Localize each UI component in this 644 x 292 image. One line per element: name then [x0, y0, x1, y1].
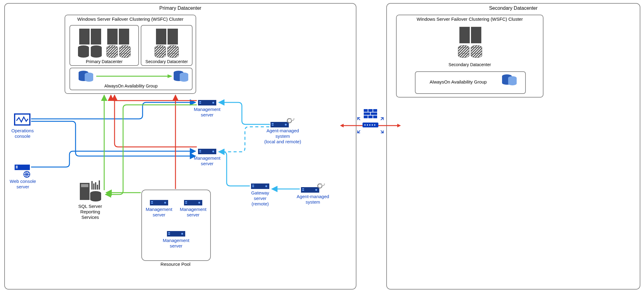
svg-point-92	[181, 233, 183, 235]
web-console-text: Web console server	[10, 179, 36, 189]
svg-point-121	[369, 124, 370, 126]
svg-point-68	[285, 124, 287, 126]
svg-rect-21	[155, 48, 166, 55]
svg-rect-71	[251, 183, 269, 189]
svg-point-97	[458, 53, 469, 58]
rack-server-icon	[251, 183, 269, 189]
ag-label-secondary: AlwaysOn Availability Group	[416, 79, 501, 85]
svg-point-20	[155, 45, 166, 50]
cluster-node-secondary: Secondary Datacenter	[141, 25, 193, 66]
ag-arrow-icon	[70, 68, 192, 85]
svg-point-9	[91, 53, 102, 58]
svg-rect-35	[174, 73, 183, 79]
svg-point-56	[90, 197, 101, 201]
monitor-icon	[14, 113, 30, 127]
ops-console-text: Operations console	[11, 128, 34, 139]
svg-rect-99	[471, 48, 482, 55]
svg-point-106	[508, 82, 517, 85]
svg-rect-62	[199, 150, 201, 151]
rack-server-icon	[167, 231, 185, 237]
pool-mgmt-1-label: Management server	[143, 207, 175, 218]
svg-rect-90	[168, 232, 170, 233]
server-disks-icon	[70, 26, 138, 59]
svg-point-22	[155, 53, 166, 58]
svg-point-6	[78, 53, 89, 58]
svg-marker-33	[168, 74, 172, 78]
cluster-node-secondary-label: Secondary Datacenter	[141, 59, 192, 64]
svg-rect-93	[459, 27, 470, 43]
wsfc-title-secondary: Windows Server Failover Clustering (WSFC…	[397, 16, 543, 22]
svg-rect-18	[156, 29, 166, 45]
svg-rect-110	[364, 109, 377, 118]
rack-server-icon	[198, 149, 216, 154]
svg-rect-66	[272, 123, 274, 124]
svg-rect-63	[199, 151, 201, 152]
svg-rect-42	[16, 166, 18, 167]
svg-point-36	[174, 77, 183, 81]
svg-rect-50	[93, 183, 94, 190]
svg-rect-48	[81, 184, 88, 187]
svg-rect-94	[471, 27, 481, 43]
svg-point-103	[502, 81, 512, 85]
ag-label-primary: AlwaysOn Availability Group	[70, 84, 192, 88]
svg-rect-83	[151, 203, 153, 204]
svg-rect-40	[15, 114, 30, 125]
svg-point-17	[119, 53, 130, 58]
svg-rect-85	[184, 200, 202, 205]
svg-rect-52	[97, 185, 98, 190]
svg-point-88	[198, 202, 200, 204]
svg-rect-67	[272, 125, 274, 126]
primary-dc-title: Primary Datacenter	[5, 5, 356, 11]
mgmt-server-2-label: Management server	[189, 155, 225, 166]
svg-point-122	[372, 124, 373, 126]
svg-point-119	[364, 124, 366, 126]
svg-point-31	[85, 78, 93, 82]
secondary-dc-title: Secondary Datacenter	[387, 5, 640, 11]
svg-point-25	[168, 53, 179, 58]
svg-rect-87	[185, 203, 187, 204]
svg-rect-47	[80, 183, 90, 200]
pool-mgmt-3-label: Management server	[160, 238, 192, 249]
svg-rect-58	[199, 101, 201, 102]
svg-rect-82	[151, 201, 153, 202]
svg-rect-59	[199, 103, 201, 104]
svg-rect-41	[15, 165, 30, 170]
agent-system-label: Agent-managed system	[293, 194, 333, 205]
svg-rect-118	[363, 123, 378, 127]
svg-point-84	[164, 202, 166, 204]
svg-rect-102	[502, 76, 512, 83]
svg-point-64	[212, 151, 214, 152]
svg-point-7	[91, 45, 102, 50]
svg-point-37	[180, 73, 188, 76]
svg-rect-61	[198, 149, 216, 154]
svg-point-14	[107, 53, 118, 58]
svg-point-54	[90, 191, 101, 195]
svg-rect-30	[85, 74, 93, 80]
svg-point-120	[367, 124, 368, 126]
svg-point-98	[471, 45, 482, 50]
svg-rect-73	[252, 186, 254, 187]
svg-point-15	[119, 45, 130, 50]
svg-point-34	[174, 71, 183, 74]
svg-point-23	[168, 45, 179, 50]
svg-rect-8	[91, 48, 102, 55]
svg-point-101	[502, 74, 512, 78]
svg-rect-53	[99, 180, 100, 190]
resource-pool-label: Resource Pool	[154, 262, 197, 267]
svg-rect-38	[180, 74, 188, 80]
secondary-datacenter: Secondary Datacenter Windows Server Fail…	[386, 3, 640, 290]
wsfc-cluster-secondary: Windows Server Failover Clustering (WSFC…	[396, 15, 543, 98]
svg-point-80	[321, 183, 324, 186]
svg-rect-19	[168, 29, 178, 45]
wsfc-title-primary: Windows Server Failover Clustering (WSFC…	[65, 16, 196, 22]
ops-console-label: Operations console	[7, 128, 38, 139]
svg-rect-57	[198, 100, 216, 105]
svg-rect-24	[168, 48, 179, 55]
primary-datacenter: Primary Datacenter Windows Server Failov…	[4, 3, 356, 290]
svg-point-28	[79, 77, 88, 81]
svg-point-100	[471, 53, 482, 58]
svg-rect-76	[302, 188, 304, 189]
svg-rect-3	[119, 29, 129, 45]
svg-rect-13	[107, 48, 118, 55]
svg-point-4	[78, 45, 89, 50]
